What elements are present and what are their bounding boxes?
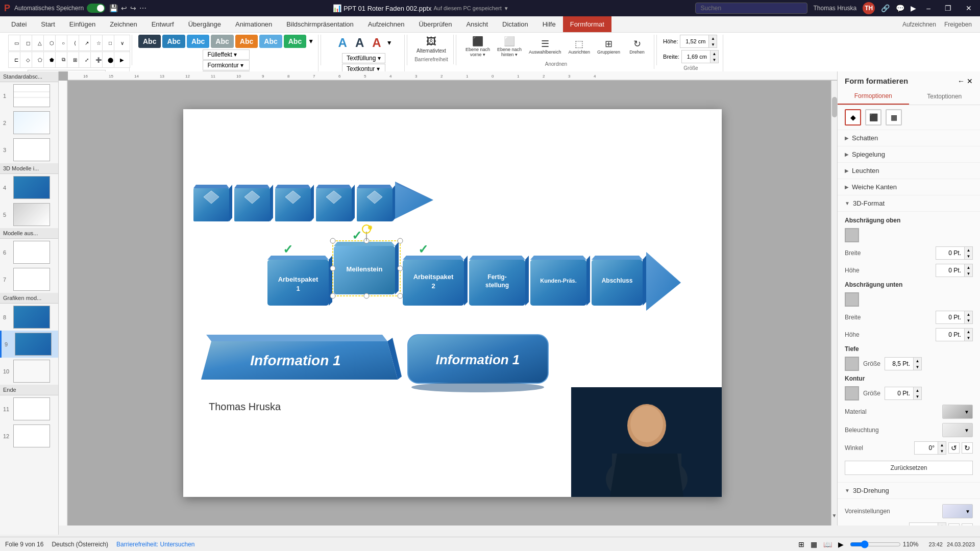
kontur-down[interactable]: ▼ <box>913 393 921 399</box>
style-btn-orange[interactable]: Abc <box>235 35 258 48</box>
height-up-btn[interactable]: ▲ <box>708 35 717 41</box>
textfuellung-btn[interactable]: Textfüllung ▾ <box>342 53 385 63</box>
share-icon[interactable]: 🔗 <box>881 4 890 12</box>
save-icon[interactable]: 💾 <box>109 4 118 12</box>
align-btn[interactable]: ⬚ Ausrichten <box>566 35 594 58</box>
format-icon-3d-btn[interactable]: ▦ <box>886 109 902 126</box>
abschraeung-oben-color[interactable] <box>845 228 859 242</box>
unten-breite-down[interactable]: ▼ <box>964 317 972 323</box>
restore-button[interactable]: ❐ <box>941 4 955 12</box>
style-btn-blue1[interactable]: Abc <box>162 35 185 48</box>
tab-aufzeichnen[interactable]: Aufzeichnen <box>361 16 412 32</box>
scroll-down-btn[interactable]: ▼ <box>831 513 837 518</box>
voreinstellungen-btn[interactable]: ▼ <box>942 504 973 518</box>
width-up-btn[interactable]: ▲ <box>710 51 718 57</box>
x-drehung-input[interactable] <box>910 524 938 525</box>
slide-sorter-btn[interactable]: ▦ <box>811 540 817 548</box>
kontur-groesse-input[interactable] <box>885 388 913 398</box>
height-down-btn[interactable]: ▼ <box>708 41 717 47</box>
tab-formformat[interactable]: Formformat <box>563 16 611 32</box>
beleuchtung-btn[interactable]: ▼ <box>942 423 973 437</box>
minimize-button[interactable]: – <box>922 4 935 12</box>
style-btn-dark[interactable]: Abc <box>138 35 161 48</box>
slide-thumb-8[interactable]: 8 <box>0 304 58 331</box>
tiefe-down[interactable]: ▼ <box>913 364 921 370</box>
style-btn-green[interactable]: Abc <box>284 35 306 48</box>
slide-thumb-5[interactable]: 5 <box>0 201 58 228</box>
slide-thumb-6[interactable]: 6 <box>0 239 58 266</box>
alt-text-btn[interactable]: 🖼 Alternativtext <box>413 35 449 55</box>
kontur-color[interactable] <box>845 386 859 400</box>
tab-text-optionen[interactable]: Textoptionen <box>909 88 981 105</box>
material-btn[interactable]: ▼ <box>942 405 973 419</box>
selection-pane-btn[interactable]: ☰ Auswahlbereich <box>526 35 565 58</box>
slide-thumb-11[interactable]: 11 <box>0 395 58 422</box>
search-input[interactable] <box>695 3 807 14</box>
back-btn[interactable]: ⬜ Ebene nachhinten ▾ <box>494 35 525 58</box>
panel-collapse-btn[interactable]: ← <box>958 77 965 85</box>
width-down-btn[interactable]: ▼ <box>710 57 718 63</box>
unten-breite-input[interactable] <box>936 312 964 322</box>
unten-breite-up[interactable]: ▲ <box>964 311 972 317</box>
file-dropdown-icon[interactable]: ▼ <box>504 6 509 11</box>
formkontur-btn[interactable]: Formkontur ▾ <box>203 60 249 70</box>
slide-thumb-7[interactable]: 7 <box>0 266 58 293</box>
scrollbar-thumb[interactable] <box>832 97 837 117</box>
style-btn-ltblue[interactable]: Abc <box>259 35 282 48</box>
info-box-1[interactable]: Information 1 <box>201 335 402 380</box>
winkel-down[interactable]: ▼ <box>938 448 946 454</box>
wordart-more-icon[interactable]: ▼ <box>386 39 393 46</box>
tab-datei[interactable]: Datei <box>4 16 34 32</box>
schatten-header[interactable]: ▶ Schatten <box>838 130 980 146</box>
slide-thumb-12[interactable]: 12 <box>0 422 58 449</box>
spiegelung-header[interactable]: ▶ Spiegelung <box>838 146 980 163</box>
front-btn[interactable]: ⬛ Ebene nachvorne ▾ <box>462 35 493 58</box>
slide-thumb-9[interactable]: 9 <box>0 331 58 358</box>
abschraeung-unten-color[interactable] <box>845 292 859 307</box>
style-btn-gray[interactable]: Abc <box>211 35 233 48</box>
info-box-2[interactable]: Information 1 <box>408 335 548 392</box>
shape-meilenstein[interactable]: Meilenstein ✓ <box>330 225 403 298</box>
autosave-toggle[interactable] <box>87 4 105 13</box>
unten-hoehe-input[interactable] <box>936 330 964 340</box>
tab-hilfe[interactable]: Hilfe <box>535 16 563 32</box>
3d-format-header[interactable]: ▼ 3D-Format <box>838 195 980 212</box>
tab-start[interactable]: Start <box>34 16 62 32</box>
slide[interactable]: Arbeitspaket 1 ✓ Meilenstein ✓ <box>183 109 722 497</box>
oben-breite-down[interactable]: ▼ <box>964 253 972 259</box>
tab-form-optionen[interactable]: Formoptionen <box>838 88 909 105</box>
wordart-btn-3[interactable]: A <box>369 35 384 51</box>
tiefe-color[interactable] <box>845 357 859 371</box>
normal-view-btn[interactable]: ⊞ <box>798 540 804 548</box>
shape-btn[interactable]: ▶ <box>114 52 130 68</box>
oben-hoehe-down[interactable]: ▼ <box>964 270 972 277</box>
slide-thumb-4[interactable]: 4 <box>0 174 58 201</box>
x-drehung-cw-btn[interactable]: ↻ <box>962 523 973 525</box>
oben-breite-up[interactable]: ▲ <box>964 247 972 253</box>
reading-view-btn[interactable]: 📖 <box>823 540 832 548</box>
leuchten-header[interactable]: ▶ Leuchten <box>838 163 980 179</box>
wordart-btn-1[interactable]: A <box>335 35 350 51</box>
share-button[interactable]: Freigeben <box>940 16 976 32</box>
shape-abschluss[interactable]: Abschluss <box>592 256 646 306</box>
vertical-scrollbar[interactable]: ▼ ▲ <box>831 71 837 525</box>
present-icon[interactable]: ▶ <box>911 4 916 12</box>
tab-ueberpruefen[interactable]: Überprüfen <box>411 16 459 32</box>
height-input[interactable] <box>680 37 708 46</box>
tab-einfuegen[interactable]: Einfügen <box>62 16 103 32</box>
reset-btn[interactable]: Zurücksetzen <box>845 461 973 475</box>
styles-more-icon[interactable]: ▼ <box>308 38 314 45</box>
tab-animationen[interactable]: Animationen <box>228 16 279 32</box>
3d-drehung-header[interactable]: ▼ 3D-Drehung <box>838 483 980 499</box>
oben-hoehe-up[interactable]: ▲ <box>964 264 972 270</box>
x-drehung-up[interactable]: ▲ <box>938 523 946 525</box>
slideshow-btn[interactable]: ▶ <box>838 540 844 548</box>
tab-uebergaenge[interactable]: Übergänge <box>181 16 228 32</box>
more-icon[interactable]: ⋯ <box>139 4 146 12</box>
width-input[interactable] <box>682 52 710 61</box>
oben-breite-input[interactable] <box>936 248 964 258</box>
close-button[interactable]: ✕ <box>962 4 976 12</box>
x-drehung-ccw-btn[interactable]: ↺ <box>948 523 960 525</box>
winkel-up[interactable]: ▲ <box>938 442 946 448</box>
slide-thumb-2[interactable]: 2 <box>0 109 58 136</box>
